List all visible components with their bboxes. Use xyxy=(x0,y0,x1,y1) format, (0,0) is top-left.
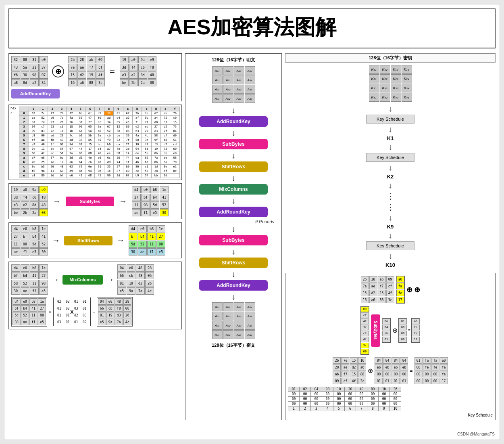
key-label: 128位（16字节）密钥 xyxy=(285,53,496,63)
dots: ⋮ xyxy=(386,191,394,201)
sr-output: d4e0b81e bfb44127 5d521198 30aef1e5 xyxy=(129,225,165,256)
subbytes-demo-section: 19a09ae9 3df4c6f8 e3e28d48 be2b2a08 → Su… xyxy=(8,183,182,219)
k2-label: K2 xyxy=(387,174,394,180)
flow-shiftrows1: ShiftRows xyxy=(199,161,268,172)
page-title: AES加密算法图解 xyxy=(8,8,496,48)
mixcols-label: MixColumns xyxy=(62,275,103,285)
ark-matrix1: 328831e0 435a3137 f6309807 a88da234 xyxy=(11,56,48,86)
flow-subbytes2: SubBytes xyxy=(199,235,268,245)
mc-output: 04e04828 66cbf806 8119d326 e59a7a4c xyxy=(117,264,154,295)
subbytes-label: SubBytes xyxy=(66,197,114,206)
sbox-table: 0123456789abcdef 0637c777bf26b6fc5300167… xyxy=(19,107,180,178)
ks-xor-matrix1: 2b7e1516 28aed2a6 abf71588 09cf4f3c xyxy=(333,357,366,384)
round-key-table: 01020408 10204080 1b36 00000000000000000… xyxy=(288,387,401,411)
arrow1: ↓ xyxy=(189,106,278,114)
flow-mixcols1: MixColumns xyxy=(199,184,268,195)
ks-box1: Key Schedule xyxy=(366,115,414,124)
shiftrows-label: ShiftRows xyxy=(64,236,112,245)
sb-input: 19a09ae9 3df4c6f8 e3e28d48 be2b2a08 xyxy=(11,186,48,216)
flow-addroundkey3: AddRoundKey xyxy=(199,280,268,291)
ark-matrix2: 2b28ab09 7eaef7cf 15d2154f 16a6883c xyxy=(68,56,105,86)
sr-input: d4e0b81e 27bfb441 11985d52 aef1e530 xyxy=(11,225,48,256)
mc-input: d4e0b81e bfb44127 5d521198 30aef1e5 xyxy=(11,264,48,295)
ciphertext-output-label: 128位（16字节）密文 xyxy=(189,342,278,348)
k10-label: K10 xyxy=(385,262,395,268)
nine-rounds-label: 9 Rounds xyxy=(189,219,278,224)
xor-icon: ⊕ xyxy=(52,65,64,77)
footer-credit: CSDN @MangataTS xyxy=(457,432,495,436)
k1-label: K1 xyxy=(387,135,394,141)
addroundkey-label: AddRoundKey xyxy=(11,89,60,98)
flow-diagram: 128位（16字节）明文 A₁₁A₁₂A₁₃A₁₄ A₂₁A₂₂A₂₃A₂₄ A… xyxy=(185,53,282,420)
ks-subbytes: SubBytes xyxy=(371,314,380,347)
ks-result-matrix: 01fafaa0 00fefefa 000000fe 00000017 xyxy=(414,357,448,384)
key-schedule-detail: 2b28ab09 7eaef7cf 15d2154f 16a6883c a0 f… xyxy=(285,273,496,420)
flow-shiftrows2: ShiftRows xyxy=(199,258,268,268)
ks-orig-matrix: 2b28ab09 7eaef7cf 15d2154f 16a6883c xyxy=(361,276,394,303)
flow-addroundkey2: AddRoundKey xyxy=(199,207,268,217)
flow-subbytes1: SubBytes xyxy=(199,139,268,149)
shiftrows-demo-section: d4e0b81e 27bfb441 11985d52 aef1e530 → Sh… xyxy=(8,222,182,258)
sb-output: d4e0b81e 27bfb441 11985d52 aef1e530 xyxy=(132,186,169,216)
flow-addroundkey1: AddRoundKey xyxy=(199,116,268,127)
sbox-section: hex x 0123456789abcdef 0637c777bf26b6fc5… xyxy=(8,105,182,180)
plaintext-label: 128位（16字节）明文 xyxy=(189,57,278,63)
equals-sign: = xyxy=(110,66,115,77)
mixcols-demo-section: d4e0b81e bfb44127 5d521198 30aef1e5 → Mi… xyxy=(8,262,182,329)
addroundkey-section: 328831e0 435a3137 f6309807 a88da234 ⊕ 2b… xyxy=(8,53,182,101)
ks-xor-matrix2: 84848484 ebebebeb 00000000 01010101 xyxy=(375,357,408,384)
ark-result: 19a09ae9 3df4c6f8 e3e28d48 be2b2a08 xyxy=(120,56,156,86)
ks-box2: Key Schedule xyxy=(366,153,414,162)
page: AES加密算法图解 328831e0 435a3137 f6309807 a88… xyxy=(4,4,500,440)
ks-box3: Key Schedule xyxy=(366,241,414,250)
k9-label: K9 xyxy=(387,224,394,230)
ks-bottom-label: Key Schedule xyxy=(288,413,493,417)
